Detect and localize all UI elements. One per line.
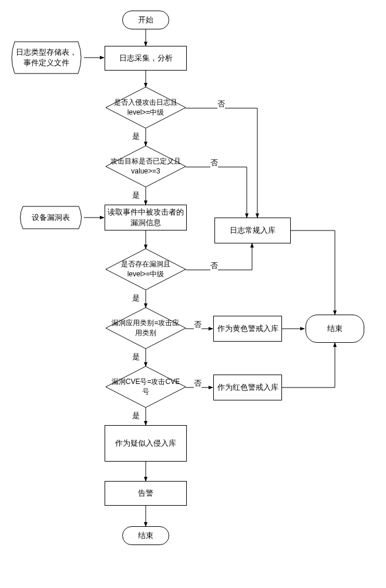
label-yes: 是 [132,352,140,362]
decision-cve: 漏洞CVE号=攻击CVE号 [106,366,186,407]
text-d2: 攻击目标是否已定义且value>=3 [106,156,186,176]
label-no: 否 [217,99,225,109]
label-no: 否 [210,158,218,168]
text-d1: 是否入侵攻击日志且level>=中级 [106,98,186,118]
label-yes: 是 [132,190,140,201]
process-suspect-store: 作为疑似入侵入库 [105,425,187,462]
label-no: 否 [194,319,202,330]
label-yes: 是 [132,131,140,142]
text-normal: 日志常规入库 [230,225,276,236]
text-red: 作为红色警戒入库 [217,382,278,393]
text-end2: 结束 [327,323,343,334]
text-d5: 漏洞CVE号=攻击CVE号 [106,377,186,397]
label-no: 否 [210,260,218,271]
process-normal-store: 日志常规入库 [214,218,291,243]
process-collect: 日志采集，分析 [105,46,187,71]
storage-log-type: 日志类型存储表，事件定义文件 [9,41,84,74]
text-start: 开始 [138,15,153,25]
text-collect: 日志采集，分析 [119,53,173,64]
decision-intrusion-level: 是否入侵攻击日志且level>=中级 [106,87,186,128]
terminator-end-right: 结束 [306,315,364,343]
process-read-vuln: 读取事件中被攻击者的漏洞信息 [105,205,187,230]
text-end1: 结束 [138,530,153,541]
text-d4: 漏洞应用类别=攻击应用类别 [106,318,186,338]
process-yellow-alert: 作为黄色警戒入库 [213,316,282,342]
text-alarm: 告警 [138,488,153,499]
text-yellow: 作为黄色警戒入库 [217,323,278,334]
storage-vuln-table: 设备漏洞表 [18,206,84,229]
storage-log-type-text: 日志类型存储表，事件定义文件 [15,41,78,74]
process-alarm: 告警 [105,481,187,506]
decision-target-value: 攻击目标是否已定义且value>=3 [106,146,186,187]
decision-vuln-level: 是否存在漏洞且level>=中级 [106,249,186,290]
storage-vuln-text: 设备漏洞表 [24,206,78,229]
label-yes: 是 [132,410,140,421]
text-d3: 是否存在漏洞且level>=中级 [106,259,186,279]
process-red-alert: 作为红色警戒入库 [213,375,282,400]
terminator-start: 开始 [122,11,169,29]
label-no: 否 [194,378,202,389]
text-suspect: 作为疑似入侵入库 [115,438,176,449]
label-yes: 是 [132,293,140,303]
terminator-end-bottom: 结束 [122,526,169,545]
text-read: 读取事件中被攻击者的漏洞信息 [105,207,186,228]
decision-app-category: 漏洞应用类别=攻击应用类别 [106,308,186,349]
